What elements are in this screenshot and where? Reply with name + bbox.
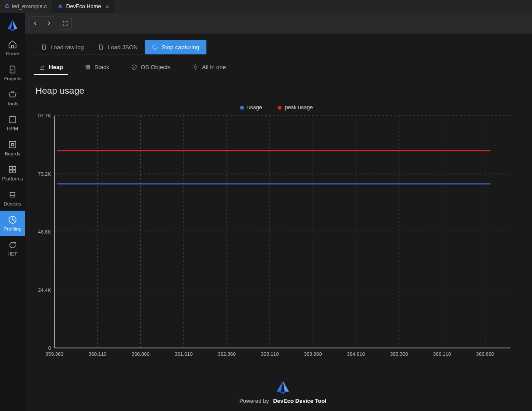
sidebar-item-label: Projects <box>3 76 22 81</box>
tab-all-in-one[interactable]: All in one <box>187 60 231 75</box>
projects-icon: P <box>8 65 17 74</box>
svg-rect-9 <box>86 65 87 66</box>
sidebar-item-label: HPM <box>7 126 18 131</box>
svg-text:360.110: 360.110 <box>89 351 107 357</box>
button-label: Stop capturing <box>162 44 199 51</box>
legend-peak[interactable]: peak usage <box>278 104 313 111</box>
page-toolbar <box>25 13 532 34</box>
svg-text:24.4K: 24.4K <box>38 288 51 293</box>
profiling-icon <box>8 215 17 224</box>
chart-area: usage peak usage 024.4K48.8K73.2K97.7K35… <box>34 104 519 372</box>
sidebar-item-hpm[interactable]: HPM <box>0 111 25 136</box>
load-raw-log-button[interactable]: Load raw log <box>34 40 91 54</box>
devices-icon <box>8 190 17 199</box>
gear-icon <box>192 64 199 70</box>
sidebar-item-label: Devices <box>4 201 22 206</box>
footer-product: DevEco Device Tool <box>273 398 326 404</box>
sidebar-item-home[interactable]: Home <box>0 35 25 60</box>
chevron-left-icon <box>32 20 38 26</box>
svg-text:364.610: 364.610 <box>347 351 365 357</box>
legend-label: usage <box>247 104 262 111</box>
deveco-icon <box>57 3 63 10</box>
hpm-icon <box>8 115 17 124</box>
tab-label: All in one <box>202 64 226 70</box>
tab-stack[interactable]: Stack <box>79 60 114 75</box>
sidebar-item-tools[interactable]: Tools <box>0 85 25 111</box>
c-file-icon: C <box>5 3 9 9</box>
svg-rect-11 <box>86 68 87 69</box>
sidebar-item-label: HDF <box>7 251 18 256</box>
fullscreen-button[interactable] <box>59 17 72 30</box>
svg-text:366.860: 366.860 <box>476 351 494 357</box>
expand-icon <box>62 20 68 26</box>
editor-tab-led-example[interactable]: C led_example.c <box>0 0 52 13</box>
sidebar-item-label: Profiling <box>3 226 22 231</box>
svg-text:97.7K: 97.7K <box>38 114 51 118</box>
sidebar: Home P Projects Tools HPM Boards Platfor… <box>0 13 25 411</box>
main: Load raw log Load JSON Stop capturing He <box>25 13 532 411</box>
svg-rect-3 <box>11 143 14 146</box>
editor-tab-label: DevEco Home <box>66 3 101 9</box>
svg-text:0: 0 <box>48 345 51 351</box>
editor-tab-label: led_example.c <box>12 3 47 9</box>
svg-text:73.2K: 73.2K <box>38 171 51 177</box>
svg-text:362.360: 362.360 <box>218 351 236 357</box>
file-json-icon <box>98 44 104 50</box>
sidebar-item-boards[interactable]: Boards <box>0 136 25 161</box>
footer-text: Powered by DevEco Device Tool <box>239 398 326 404</box>
svg-rect-1 <box>10 117 16 123</box>
action-row: Load raw log Load JSON Stop capturing <box>34 40 532 54</box>
back-button[interactable] <box>29 17 42 30</box>
svg-text:359.360: 359.360 <box>45 351 63 357</box>
section-title: Heap usage <box>35 85 532 96</box>
svg-text:363.860: 363.860 <box>304 351 322 357</box>
stop-capturing-button[interactable]: Stop capturing <box>145 40 206 54</box>
svg-rect-7 <box>13 170 16 173</box>
tab-label: Heap <box>49 64 63 70</box>
svg-text:361.610: 361.610 <box>175 351 193 357</box>
svg-text:360.860: 360.860 <box>132 351 150 357</box>
sidebar-item-hdf[interactable]: HDF <box>0 236 25 261</box>
svg-text:366.110: 366.110 <box>433 351 451 357</box>
footer-logo <box>276 379 290 394</box>
profiling-tabs: Heap Stack OS Objects All in one <box>34 60 532 75</box>
svg-rect-10 <box>89 65 90 66</box>
brand-logo <box>6 19 19 31</box>
svg-rect-6 <box>10 170 12 173</box>
tools-icon <box>8 90 17 99</box>
stack-icon <box>85 64 91 70</box>
tab-os-objects[interactable]: OS Objects <box>126 60 176 75</box>
legend-dot-usage <box>240 106 244 110</box>
sidebar-item-label: Home <box>6 51 19 56</box>
sidebar-item-label: Boards <box>5 151 20 156</box>
sidebar-item-devices[interactable]: Devices <box>0 186 25 211</box>
load-json-button[interactable]: Load JSON <box>91 40 145 54</box>
sidebar-item-platforms[interactable]: Platforms <box>0 161 25 186</box>
legend-label: peak usage <box>285 104 313 111</box>
sidebar-item-profiling[interactable]: Profiling <box>0 211 25 236</box>
footer-powered-by: Powered by <box>239 398 269 404</box>
sidebar-item-label: Platforms <box>2 176 23 181</box>
tab-label: OS Objects <box>141 64 171 70</box>
forward-button[interactable] <box>42 17 55 30</box>
sidebar-item-projects[interactable]: P Projects <box>0 60 25 85</box>
legend-usage[interactable]: usage <box>240 104 262 111</box>
button-label: Load raw log <box>51 44 84 51</box>
sidebar-item-label: Tools <box>7 101 19 106</box>
file-icon <box>41 44 47 50</box>
chart-icon <box>39 64 45 70</box>
svg-rect-5 <box>13 167 16 169</box>
close-icon[interactable]: × <box>106 3 109 10</box>
legend-dot-peak <box>278 106 282 110</box>
svg-text:363.110: 363.110 <box>261 351 279 357</box>
spinner-icon <box>152 44 158 50</box>
editor-tab-deveco-home[interactable]: DevEco Home × <box>52 0 114 13</box>
svg-text:P: P <box>11 68 13 71</box>
footer: Powered by DevEco Device Tool <box>34 372 532 411</box>
editor-tabstrip: C led_example.c DevEco Home × <box>0 0 532 13</box>
hdf-icon <box>8 240 17 250</box>
tab-heap[interactable]: Heap <box>34 60 68 75</box>
tab-label: Stack <box>95 64 109 70</box>
heap-chart: 024.4K48.8K73.2K97.7K359.360360.110360.8… <box>34 114 519 361</box>
content: Load raw log Load JSON Stop capturing He <box>25 34 532 411</box>
